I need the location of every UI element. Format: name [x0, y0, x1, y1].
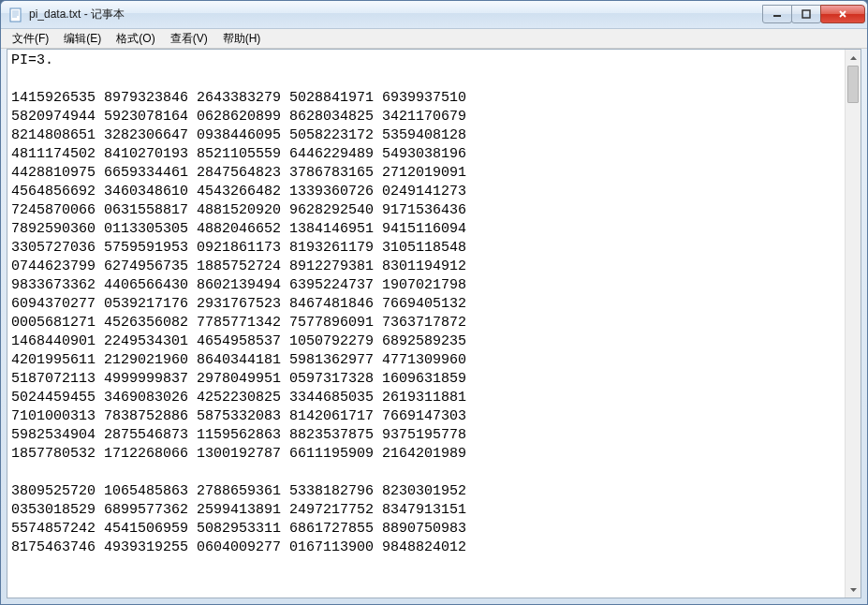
scroll-thumb[interactable] — [847, 66, 859, 103]
notepad-window: pi_data.txt - 记事本 文件(F) 编辑(E) 格式(O) 查看(V… — [0, 0, 868, 605]
menu-help[interactable]: 帮助(H) — [215, 29, 269, 49]
vertical-scrollbar[interactable] — [845, 50, 861, 598]
menubar: 文件(F) 编辑(E) 格式(O) 查看(V) 帮助(H) — [1, 29, 867, 49]
content-wrapper: PI=3. 1415926535 8979323846 2643383279 5… — [7, 49, 861, 598]
scroll-down-button[interactable] — [846, 582, 861, 598]
minimize-button[interactable] — [762, 5, 792, 23]
window-title: pi_data.txt - 记事本 — [29, 7, 763, 22]
menu-file[interactable]: 文件(F) — [5, 29, 56, 49]
svg-rect-5 — [773, 15, 781, 17]
scroll-up-button[interactable] — [846, 50, 861, 66]
scroll-track[interactable] — [846, 66, 861, 582]
close-button[interactable] — [820, 5, 865, 23]
svg-rect-6 — [802, 10, 810, 18]
window-controls — [763, 5, 865, 23]
notepad-icon — [8, 7, 23, 22]
menu-edit[interactable]: 编辑(E) — [56, 29, 109, 49]
maximize-button[interactable] — [791, 5, 821, 23]
titlebar[interactable]: pi_data.txt - 记事本 — [1, 1, 867, 29]
menu-format[interactable]: 格式(O) — [109, 29, 162, 49]
menu-view[interactable]: 查看(V) — [163, 29, 215, 49]
text-area[interactable]: PI=3. 1415926535 8979323846 2643383279 5… — [7, 50, 845, 598]
